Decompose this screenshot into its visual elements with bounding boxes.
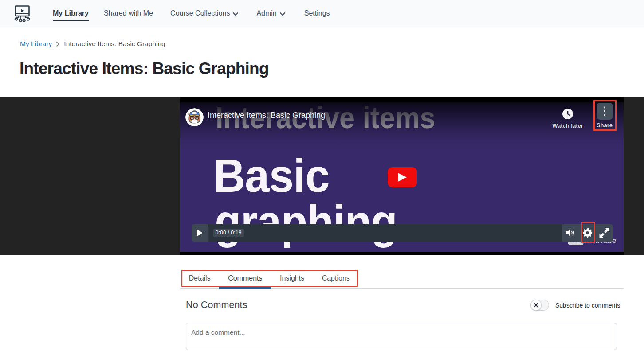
volume-icon [566,229,576,237]
tab-comments[interactable]: Comments [219,271,271,289]
chevron-right-icon [56,41,60,47]
nav-shared-with-me[interactable]: Shared with Me [104,0,153,27]
video-slide-line1: Basic [213,158,329,193]
comment-input[interactable] [186,323,617,350]
watch-later-button[interactable]: Watch later [550,108,585,129]
breadcrumb-my-library-link[interactable]: My Library [20,40,52,48]
video-strip: Interactive items Basic graphing YouTube [0,97,644,255]
main-nav: My Library Shared with Me Course Collect… [53,0,348,27]
nav-course-collections-label: Course Collections [170,9,230,17]
video-overlay-title[interactable]: Interactive Items: Basic Graphing [208,111,325,120]
volume-button[interactable] [564,224,577,242]
time-display: 0:00 / 0:19 [213,229,244,237]
nav-admin-label: Admin [256,9,276,17]
annotation-share-highlight [593,100,617,131]
tabs: Details Comments Insights Captions [180,271,624,289]
nav-my-library[interactable]: My Library [53,0,89,27]
breadcrumb-current: Interactive Items: Basic Graphing [64,40,165,48]
watch-later-label: Watch later [550,122,585,129]
tab-insights[interactable]: Insights [271,271,313,289]
app-header: My Library Shared with Me Course Collect… [0,0,644,27]
youtube-player: Interactive items Basic graphing YouTube [180,97,624,255]
player-control-bar: 0:00 / 0:19 [192,224,613,242]
tab-details[interactable]: Details [180,271,219,289]
media-library-logo-icon[interactable] [14,5,30,22]
play-icon [196,229,203,237]
nav-my-library-label: My Library [53,9,89,17]
nav-shared-with-me-label: Shared with Me [104,9,153,17]
breadcrumb: My Library Interactive Items: Basic Grap… [20,40,165,48]
page-title: Interactive Items: Basic Graphing [20,59,269,78]
nav-settings[interactable]: Settings [304,0,330,27]
subscribe-control: Subscribe to comments [530,300,620,311]
x-icon [534,303,538,308]
play-icon [397,173,408,182]
youtube-play-button[interactable] [388,167,417,187]
fullscreen-icon [599,228,609,238]
annotation-settings-highlight [581,222,595,243]
chevron-down-icon [279,12,286,16]
toggle-knob [530,300,542,311]
page: My Library Shared with Me Course Collect… [0,0,644,359]
tab-comments-label: Comments [228,274,262,282]
channel-avatar[interactable] [185,108,204,126]
no-comments-heading: No Comments [186,300,247,311]
nav-admin[interactable]: Admin [256,0,285,27]
tab-insights-label: Insights [280,274,304,282]
clock-icon [562,108,573,120]
tab-captions[interactable]: Captions [313,271,359,289]
tab-captions-label: Captions [322,274,350,282]
tab-details-label: Details [189,274,211,282]
subscribe-toggle[interactable] [530,300,549,311]
nav-course-collections[interactable]: Course Collections [170,0,239,27]
video-viewport[interactable]: Interactive items Basic graphing YouTube [180,102,624,252]
play-button[interactable] [192,224,208,242]
subscribe-label: Subscribe to comments [555,302,620,309]
chevron-down-icon [232,12,239,16]
nav-settings-label: Settings [304,9,330,17]
fullscreen-button[interactable] [598,224,611,242]
